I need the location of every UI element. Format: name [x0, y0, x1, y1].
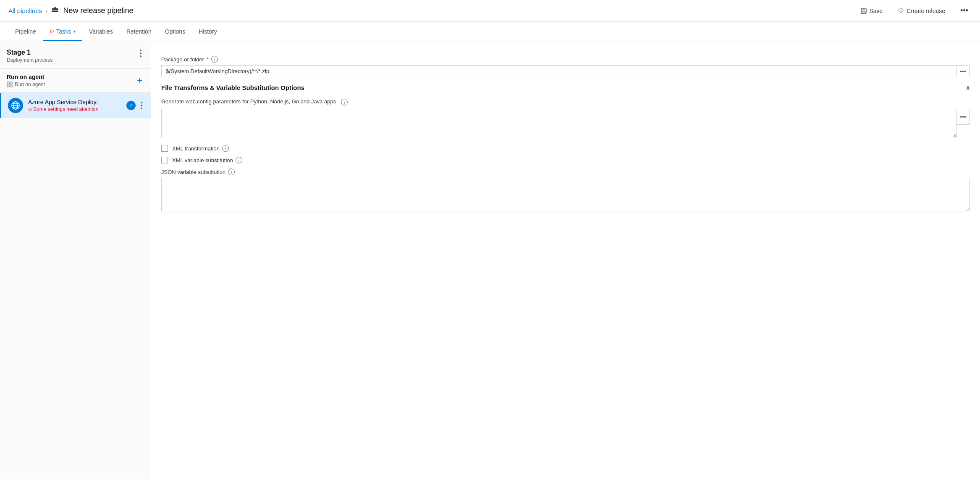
generate-webconfig-input-row: ••• — [161, 109, 970, 138]
breadcrumb-separator: › — [45, 8, 47, 14]
pipeline-icon — [50, 6, 60, 16]
svg-rect-1 — [52, 11, 58, 12]
package-folder-more-button[interactable]: ••• — [956, 65, 970, 77]
file-transforms-section: File Transforms & Variable Substitution … — [161, 84, 970, 213]
nav-tabs: Pipeline ⊙ Tasks ▾ Variables Retention O… — [0, 22, 980, 42]
svg-marker-2 — [53, 7, 57, 8]
json-variable-substitution-label: JSON variable substitution i — [161, 168, 970, 175]
collapse-section-icon[interactable]: ∧ — [966, 84, 970, 91]
tab-history[interactable]: History — [192, 23, 224, 41]
xml-variable-substitution-row: XML variable substitution i — [161, 157, 970, 163]
tasks-warning-icon: ⊙ — [50, 28, 54, 34]
svg-point-6 — [901, 10, 902, 11]
warning-circle-icon: ⊙ — [28, 107, 32, 112]
agent-info: Run on agent Run on agent — [7, 74, 45, 87]
xml-transformation-info-icon[interactable]: i — [222, 145, 229, 152]
task-icon-container — [8, 98, 23, 113]
left-panel: Stage 1 Deployment process Run on agent — [0, 42, 151, 479]
package-folder-input[interactable] — [161, 65, 956, 77]
package-folder-field: Package or folder * i ••• — [161, 56, 970, 77]
main-layout: Stage 1 Deployment process Run on agent — [0, 42, 980, 479]
svg-rect-8 — [10, 82, 12, 84]
add-task-button[interactable]: + — [135, 75, 144, 86]
stage-more-button[interactable] — [137, 49, 144, 58]
package-folder-info-icon[interactable]: i — [211, 56, 218, 63]
tasks-chevron-icon: ▾ — [73, 29, 76, 34]
required-indicator: * — [207, 56, 209, 63]
agent-subtitle-text: Run on agent — [15, 82, 45, 87]
more-options-button[interactable]: ••• — [957, 5, 972, 17]
task-check-icon: ✓ — [126, 101, 136, 110]
agent-grid-icon — [7, 82, 13, 87]
svg-rect-7 — [7, 82, 9, 84]
save-icon — [860, 8, 867, 14]
tab-options[interactable]: Options — [158, 23, 192, 41]
json-variable-substitution-field: JSON variable substitution i — [161, 168, 970, 213]
stage-header: Stage 1 Deployment process — [0, 42, 151, 68]
package-folder-label: Package or folder * i — [161, 56, 970, 63]
xml-variable-substitution-label: XML variable substitution i — [172, 157, 242, 163]
scroll-continuation-line — [161, 49, 970, 49]
file-transforms-title: File Transforms & Variable Substitution … — [161, 84, 304, 91]
json-variable-substitution-input[interactable] — [161, 178, 970, 211]
save-button[interactable]: Save — [857, 6, 886, 16]
stage-more-dots-icon — [140, 50, 141, 57]
tab-variables[interactable]: Variables — [82, 23, 120, 41]
generate-webconfig-text: Generate web.config parameters for Pytho… — [161, 98, 336, 105]
package-folder-input-row: ••• — [161, 65, 970, 77]
create-release-label: Create release — [907, 8, 945, 14]
task-warning: ⊙ Some settings need attention — [28, 106, 126, 112]
task-item[interactable]: Azure App Service Deploy: ⊙ Some setting… — [0, 93, 151, 118]
save-label: Save — [869, 8, 883, 14]
tab-pipeline[interactable]: Pipeline — [8, 23, 43, 41]
xml-transformation-label: XML transformation i — [172, 145, 229, 152]
task-dots-icon — [141, 102, 142, 109]
breadcrumb: All pipelines › New release pipeline — [8, 6, 134, 16]
header-actions: Save Create release ••• — [857, 5, 972, 17]
right-panel: Package or folder * i ••• File Transform… — [151, 42, 980, 479]
stage-subtitle: Deployment process — [7, 57, 52, 63]
stage-info: Stage 1 Deployment process — [7, 49, 52, 63]
svg-rect-4 — [862, 8, 865, 11]
create-release-button[interactable]: Create release — [894, 6, 949, 16]
page-title: New release pipeline — [63, 6, 133, 15]
azure-app-service-icon — [11, 101, 20, 110]
tab-retention[interactable]: Retention — [120, 23, 158, 41]
json-variable-substitution-info-icon[interactable]: i — [228, 168, 235, 175]
generate-webconfig-more-button[interactable]: ••• — [956, 109, 970, 125]
generate-webconfig-label: Generate web.config parameters for Pytho… — [161, 97, 970, 105]
svg-rect-9 — [7, 85, 9, 87]
task-name: Azure App Service Deploy: — [28, 99, 126, 105]
task-info: Azure App Service Deploy: ⊙ Some setting… — [28, 99, 126, 112]
svg-rect-5 — [862, 11, 866, 13]
svg-rect-10 — [10, 85, 12, 87]
svg-rect-0 — [52, 8, 58, 10]
xml-transformation-checkbox[interactable] — [161, 145, 168, 152]
task-more-button[interactable] — [139, 100, 144, 111]
agent-subtitle: Run on agent — [7, 82, 45, 87]
xml-variable-substitution-checkbox[interactable] — [161, 157, 168, 163]
file-transforms-header: File Transforms & Variable Substitution … — [161, 84, 970, 91]
task-actions: ✓ — [126, 100, 144, 111]
xml-transformation-row: XML transformation i — [161, 145, 970, 152]
tab-tasks[interactable]: ⊙ Tasks ▾ — [43, 23, 82, 41]
xml-variable-substitution-info-icon[interactable]: i — [236, 157, 242, 163]
page-header: All pipelines › New release pipeline Sav… — [0, 0, 980, 22]
rocket-icon — [898, 8, 904, 14]
agent-title: Run on agent — [7, 74, 45, 80]
stage-title: Stage 1 — [7, 49, 52, 56]
generate-webconfig-input[interactable] — [161, 109, 956, 138]
all-pipelines-link[interactable]: All pipelines — [8, 7, 42, 14]
generate-webconfig-info-icon[interactable]: i — [341, 99, 348, 105]
agent-section: Run on agent Run on agent + — [0, 68, 151, 93]
